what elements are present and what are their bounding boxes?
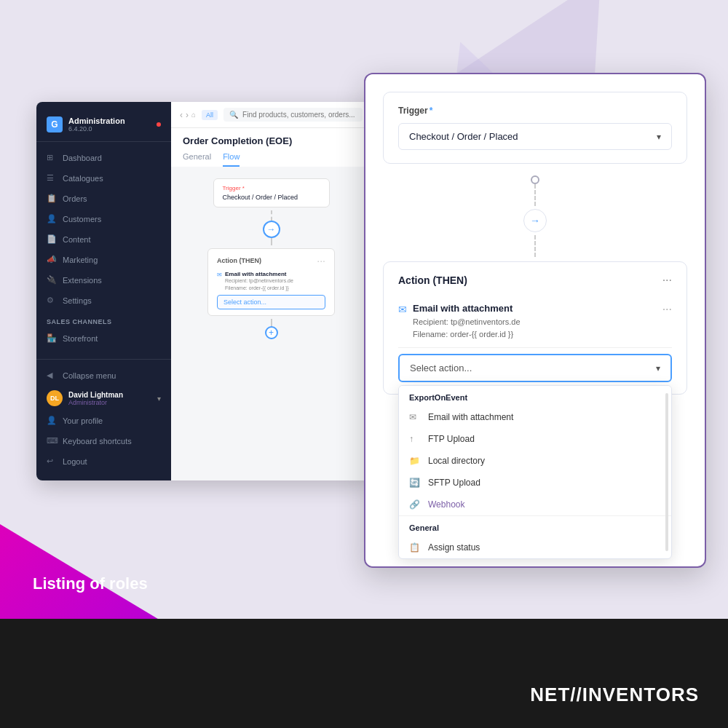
select-action-placeholder: Select action... [410,363,472,373]
dots-small[interactable]: ··· [317,255,325,266]
sidebar-title: Administration [68,116,125,125]
top-bar: ‹ › ⌂ All 🔍 [171,102,371,128]
sidebar-item-profile[interactable]: 👤 Your profile [36,411,171,431]
sidebar-item-label: Catalogues [63,174,103,183]
dashed-line-2 [534,235,536,257]
dropdown-item-email[interactable]: ✉ Email with attachment [399,406,671,428]
sidebar-item-dashboard[interactable]: ⊞ Dashboard [36,148,171,168]
trigger-select[interactable]: Checkout / Order / Placed ▾ [398,123,672,150]
dropdown-item-label: SFTP Upload [428,478,480,488]
scrollbar[interactable] [665,393,668,551]
dropdown-item-local[interactable]: 📁 Local directory [399,450,671,472]
sidebar-version: 6.4.20.0 [68,125,125,132]
plus-connector: + [183,319,360,339]
catalogues-icon: ☰ [47,173,57,183]
connector-line-2 [271,238,272,245]
search-icon: 🔍 [229,111,238,119]
admin-panel: G Administration 6.4.20.0 ⊞ Dashboard ☰ … [36,102,371,480]
listing-text: Listing of roles [33,574,148,593]
email-title-small: Email with attachment [225,271,293,277]
flow-panel-content: Trigger* Checkout / Order / Placed ▾ → A… [365,74,705,566]
action-card: Action (THEN) ··· ✉ Email with attachmen… [383,261,687,395]
dropdown-email-icon: ✉ [409,412,421,422]
trigger-card-small: Trigger * Checkout / Order / Placed [213,178,330,207]
sidebar-item-label: Settings [63,296,92,305]
action-card-small: Action (THEN) ··· ✉ Email with attachmen… [207,248,335,316]
logout-icon: ↩ [47,456,57,467]
user-avatar: DL [47,390,63,406]
tab-flow[interactable]: Flow [223,152,240,167]
back-arrow[interactable]: ‹ [180,110,183,120]
sidebar-item-logout[interactable]: ↩ Logout [36,451,171,472]
customers-icon: 👤 [47,214,57,224]
email-attachment-row: ✉ Email with attachment Recipient: tp@ne… [398,296,672,348]
flow-canvas: Trigger * Checkout / Order / Placed → Ac… [171,167,371,480]
action-header: Action (THEN) ··· [398,274,672,287]
logo-text: NET//INVENTORS [530,684,699,705]
select-action-btn-small[interactable]: Select action... [217,295,325,309]
chevron-down-icon: ▾ [157,395,161,403]
email-item-small: ✉ Email with attachment Recipient: tp@ne… [217,271,325,292]
all-badge[interactable]: All [202,110,218,120]
forward-arrow[interactable]: › [186,110,189,120]
user-item[interactable]: DL David Lightman Administrator ▾ [36,386,171,411]
sidebar-item-label: Customers [63,215,101,223]
email-filename-small: Filename: order-{{ order.id }} [225,285,293,292]
logo-area: NET//INVENTORS [530,684,699,706]
select-action-btn[interactable]: Select action... ▾ [398,354,672,382]
dropdown-item-label: Webhook [428,499,464,510]
notification-dot [157,122,161,127]
dropdown-item-label: Local directory [428,456,485,466]
email-dots-btn[interactable]: ··· [662,303,672,316]
action-title-small: Action (THEN) [217,257,261,264]
sidebar-item-orders[interactable]: 📋 Orders [36,189,171,209]
sidebar-item-content[interactable]: 📄 Content [36,229,171,250]
tab-general[interactable]: General [183,152,211,167]
content-icon: 📄 [47,234,57,245]
search-input[interactable] [242,111,357,119]
dashboard-icon: ⊞ [47,153,57,163]
dropdown-item-sftp[interactable]: 🔄 SFTP Upload [399,472,671,494]
dropdown-item-webhook[interactable]: 🔗 Webhook [399,494,671,515]
sidebar-item-collapse[interactable]: ◀ Collapse menu [36,365,171,386]
email-icon: ✉ [398,304,407,315]
dropdown-item-ftp[interactable]: ↑ FTP Upload [399,428,671,450]
trigger-select-value: Checkout / Order / Placed [409,131,518,142]
plus-btn[interactable]: + [265,326,278,339]
marketing-icon: 📣 [47,255,57,265]
sidebar: G Administration 6.4.20.0 ⊞ Dashboard ☰ … [36,102,171,480]
user-info: David Lightman Administrator [68,391,157,406]
arrow-btn-small[interactable]: → [263,221,280,238]
logout-label: Logout [63,457,87,466]
chevron-down-icon: ▾ [657,132,661,142]
sidebar-item-label: Dashboard [63,154,102,162]
sidebar-item-catalogues[interactable]: ☰ Catalogues [36,168,171,189]
sidebar-item-label: Extensions [63,276,102,285]
flow-arrow-btn[interactable]: → [523,209,547,232]
dropdown-local-icon: 📁 [409,456,421,466]
tab-bar: General Flow [183,152,360,167]
dropdown-item-assign-status[interactable]: 📋 Assign status [399,537,671,558]
storefront-icon: 🏪 [47,333,57,344]
user-name: David Lightman [68,391,157,399]
page-title: Order Completion (EOE) [183,135,360,146]
plus-connector-line [271,319,272,326]
dropdown-section-2: General [399,516,671,537]
select-chevron-icon: ▾ [656,363,660,373]
trigger-label-small: Trigger * [223,185,320,191]
email-info-small: Email with attachment Recipient: tp@neti… [225,271,293,292]
sales-channels-label: Sales Channels [36,311,171,328]
sidebar-item-shortcuts[interactable]: ⌨ Keyboard shortcuts [36,431,171,451]
sidebar-item-extensions[interactable]: 🔌 Extensions [36,270,171,290]
user-role: Administrator [68,399,157,406]
connector-line [271,210,272,221]
email-filename: Filename: order-{{ order.id }} [413,328,657,341]
sidebar-item-storefront[interactable]: 🏪 Storefront [36,328,171,349]
sidebar-item-settings[interactable]: ⚙ Settings [36,290,171,311]
sidebar-item-marketing[interactable]: 📣 Marketing [36,250,171,270]
orders-icon: 📋 [47,194,57,204]
dropdown-webhook-icon: 🔗 [409,499,421,510]
action-dots-btn[interactable]: ··· [662,274,672,287]
sidebar-item-customers[interactable]: 👤 Customers [36,209,171,229]
dropdown-sftp-icon: 🔄 [409,478,421,488]
